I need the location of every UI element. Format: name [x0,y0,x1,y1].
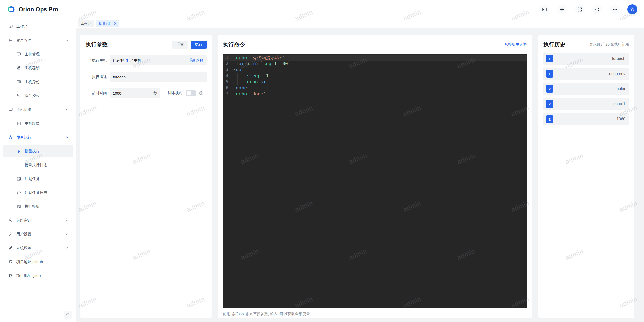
timeout-label: 超时时间 [86,91,107,96]
lightning-icon [17,149,21,153]
nodes-icon [8,135,13,139]
reselect-link[interactable]: 重新选择 [188,58,204,63]
history-panel-title: 执行历史 [543,41,566,48]
script-exec-label: 脚本执行 [168,91,183,96]
idcard-icon [17,80,21,84]
code-square-icon [17,121,21,126]
template-select-link[interactable]: 从模板中选择 [504,42,527,47]
sidebar-group-audit[interactable]: 运维审计 [3,214,73,226]
sidebar-item-batch-exec[interactable]: 批量执行 [3,145,73,157]
clock-icon [17,190,21,195]
tab-batch-exec[interactable]: 批量执行 [96,20,119,27]
sidebar-item-gitee[interactable]: 项目地址 gitee [3,270,73,282]
app-title: Orion Ops Pro [19,6,58,13]
code-line: 7 echo 'done' [223,91,527,97]
history-row[interactable]: 2 echo 1 [543,98,629,110]
tab-workbench[interactable]: 工作台 [78,20,94,27]
chevron-up-icon [65,109,68,111]
code-line: 5 echo $i [223,79,527,85]
refresh-icon[interactable] [592,4,602,14]
menu-fold-icon[interactable] [64,311,72,319]
sidebar-item-host-identity[interactable]: 主机身份 [3,76,73,88]
exec-count-badge: 2 [546,115,553,123]
sidebar-item-asset-grant[interactable]: 资产授权 [3,90,73,102]
code-line: 1 echo '有代码提示哦~' [223,55,527,61]
editor-hint: 使用 @{{ xxx }} 来替换参数, 输入_可以获取全部变量 [223,312,527,316]
wrench-icon [8,246,13,250]
shield-check-icon [8,218,13,223]
sidebar-item-exec-template[interactable]: 执行模板 [3,200,73,212]
code-line: 2 for i in `seq 1 100` [223,61,527,67]
fullscreen-icon[interactable] [575,4,585,14]
desc-row: 执行描述 foreach [86,72,207,82]
script-exec-toggle[interactable] [186,90,196,96]
code-editor[interactable]: 1 echo '有代码提示哦~' 2 for i in `seq 1 100` … [223,54,527,308]
sidebar-group-assets[interactable]: 资产管理 [3,34,73,46]
timeout-input[interactable]: 1000 秒 [110,88,160,98]
exec-count-badge: 2 [546,100,553,108]
params-panel: 执行参数 重置 执行 *执行主机 已选择3台主机 重新选择 执行描述 forea… [80,35,212,318]
sidebar-item-workbench[interactable]: 工作台 [3,20,73,32]
user-icon [8,232,13,236]
history-row[interactable]: 2 1360 [543,113,629,125]
exec-count-badge: 2 [546,85,553,93]
history-row[interactable]: 1 foreach [543,53,629,65]
run-button[interactable]: 执行 [191,41,207,49]
theme-sun-icon[interactable] [557,4,567,14]
code-line: 6 done [223,85,527,91]
sidebar-group-user-settings[interactable]: 用户设置 [3,228,73,240]
chevron-down-icon [65,233,68,235]
sidebar-group-command-exec[interactable]: 命令执行 [3,131,73,143]
sidebar-item-host-terminal[interactable]: 主机终端 [3,117,73,129]
host-label: *执行主机 [86,58,107,63]
settings-gear-icon[interactable] [610,4,620,14]
logo-icon [7,5,16,14]
timeout-row: 超时时间 1000 秒 脚本执行 [86,88,207,98]
lock-icon [17,66,21,70]
history-row[interactable]: 2 color [543,83,629,95]
code-line: 3 do [223,67,527,73]
shield-check-icon [17,93,21,98]
history-subtitle: 展示最近 20 条执行记录 [589,42,629,47]
desc-input[interactable]: foreach [110,72,207,82]
history-list: 1 foreach 1 echo env 2 color 2 echo 1 2 … [543,53,629,125]
list-icon [17,163,21,167]
chevron-down-icon [65,219,68,222]
help-icon[interactable] [199,91,204,95]
terminal-icon[interactable] [539,4,549,14]
app-logo: Orion Ops Pro [7,5,58,14]
history-panel: 执行历史 展示最近 20 条执行记录 1 foreach 1 echo env … [538,35,634,318]
github-icon [8,260,13,264]
sidebar-item-batch-exec-log[interactable]: 批量执行日志 [3,159,73,171]
command-panel: 执行命令 从模板中选择 1 echo '有代码提示哦~' 2 for i in … [218,35,532,318]
gitee-icon [8,273,13,278]
sidebar-item-github[interactable]: 项目地址 github [3,256,73,268]
template-icon [17,204,21,209]
sidebar-item-host-key[interactable]: 主机秘钥 [3,62,73,74]
fold-chevron-icon[interactable] [231,69,236,71]
chevron-up-icon [65,39,68,42]
monitor-icon [8,107,13,112]
code-line: 4 sleep .1 [223,73,527,79]
history-row[interactable]: 1 echo env [543,68,629,80]
workbench-icon [8,24,13,29]
chevron-down-icon [65,247,68,249]
timeout-unit: 秒 [153,91,157,96]
close-icon[interactable] [114,22,117,25]
exec-count-badge: 1 [546,55,553,62]
host-select-field[interactable]: 已选择3台主机 重新选择 [110,55,207,65]
command-panel-title: 执行命令 [223,41,245,48]
avatar[interactable]: 管 [627,4,637,14]
sidebar-group-system-settings[interactable]: 系统设置 [3,242,73,254]
desc-label: 执行描述 [86,75,107,79]
sidebar-item-cron-task[interactable]: 计划任务 [3,173,73,185]
chevron-up-icon [65,136,68,138]
host-monitor-icon [17,52,21,56]
sidebar-item-host-manage[interactable]: 主机管理 [3,48,73,60]
reset-button[interactable]: 重置 [172,41,188,49]
host-count: 3 [126,58,128,62]
sidebar-group-host-ops[interactable]: 主机运维 [3,103,73,116]
params-panel-title: 执行参数 [86,41,108,48]
sidebar-item-cron-task-log[interactable]: 计划任务日志 [3,187,73,199]
content-area: 执行参数 重置 执行 *执行主机 已选择3台主机 重新选择 执行描述 forea… [76,28,644,322]
